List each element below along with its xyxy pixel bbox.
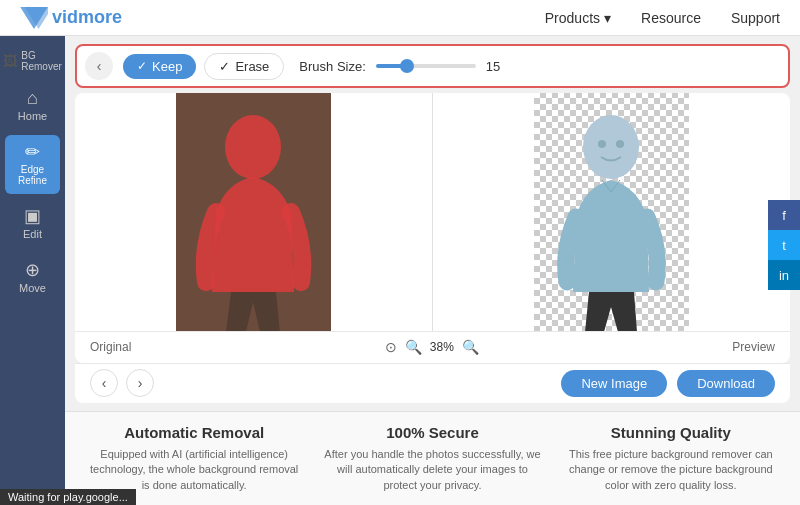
feature-quality-text: This free picture background remover can… (562, 447, 780, 493)
logo: vidmore (20, 7, 122, 29)
svg-point-3 (225, 115, 281, 179)
features-bar: Automatic Removal Equipped with AI (arti… (65, 411, 800, 505)
action-bar: ‹ › New Image Download (75, 363, 790, 403)
nav-arrows: ‹ › (90, 369, 154, 397)
canvas-area: Original ⊙ 🔍 38% 🔍 Preview (75, 93, 790, 363)
logo-text: vidmore (52, 7, 122, 28)
facebook-icon: f (782, 208, 786, 223)
sidebar-item-move[interactable]: ⊕ Move (5, 253, 60, 302)
brush-size-label: Brush Size: (299, 59, 365, 74)
zoom-in-icon[interactable]: 🔍 (462, 339, 479, 355)
linkedin-button[interactable]: in (768, 260, 800, 290)
svg-point-4 (583, 115, 639, 179)
linkedin-icon: in (779, 268, 789, 283)
feature-secure: 100% Secure After you handle the photos … (323, 424, 541, 493)
logo-icon (20, 7, 48, 29)
sidebar-item-home[interactable]: ⌂ Home (5, 81, 60, 130)
svg-point-6 (616, 140, 624, 148)
keep-button[interactable]: ✓ Keep (123, 54, 196, 79)
twitter-button[interactable]: t (768, 230, 800, 260)
brush-slider-container: 15 (376, 59, 788, 74)
original-image-svg (176, 93, 331, 331)
social-bar: f t in (768, 200, 800, 290)
feature-automatic-title: Automatic Removal (85, 424, 303, 441)
nav-resource[interactable]: Resource (641, 10, 701, 26)
header: vidmore Products ▾ Resource Support (0, 0, 800, 36)
status-text: Waiting for play.google... (8, 491, 128, 503)
bg-remover-label: 🖼 BG Remover (0, 46, 70, 76)
nav-products[interactable]: Products ▾ (545, 10, 611, 26)
navigation: Products ▾ Resource Support (545, 10, 780, 26)
prev-button[interactable]: ‹ (90, 369, 118, 397)
edit-icon: ▣ (24, 207, 41, 225)
twitter-icon: t (782, 238, 786, 253)
erase-button[interactable]: ✓ Erase (204, 53, 284, 80)
chevron-down-icon: ▾ (604, 10, 611, 26)
feature-secure-title: 100% Secure (323, 424, 541, 441)
nav-support[interactable]: Support (731, 10, 780, 26)
svg-point-5 (598, 140, 606, 148)
zoom-controls: ⊙ 🔍 38% 🔍 (385, 339, 479, 355)
download-button[interactable]: Download (677, 370, 775, 397)
zoom-level: 38% (430, 340, 454, 354)
home-icon: ⌂ (27, 89, 38, 107)
original-pane (75, 93, 433, 331)
app-area: ‹ ✓ Keep ✓ Erase Brush Size: 15 (65, 36, 800, 505)
reset-zoom-icon[interactable]: ⊙ (385, 339, 397, 355)
feature-automatic-text: Equipped with AI (artificial intelligenc… (85, 447, 303, 493)
check-icon: ✓ (137, 59, 147, 73)
edge-refine-icon: ✏ (25, 143, 40, 161)
facebook-button[interactable]: f (768, 200, 800, 230)
feature-automatic: Automatic Removal Equipped with AI (arti… (85, 424, 303, 493)
move-icon: ⊕ (25, 261, 40, 279)
feature-quality: Stunning Quality This free picture backg… (562, 424, 780, 493)
main-content: 🖼 BG Remover ⌂ Home ✏ Edge Refine ▣ Edit… (0, 36, 800, 505)
original-label: Original (90, 340, 131, 354)
brush-value: 15 (486, 59, 506, 74)
status-bar: Waiting for play.google... (0, 489, 136, 505)
action-buttons: New Image Download (561, 370, 775, 397)
tool-buttons: ✓ Keep ✓ Erase (123, 53, 284, 80)
sidebar-item-edge-refine[interactable]: ✏ Edge Refine (5, 135, 60, 194)
canvas-footer: Original ⊙ 🔍 38% 🔍 Preview (75, 331, 790, 363)
erase-icon: ✓ (219, 59, 230, 74)
feature-secure-text: After you handle the photos successfully… (323, 447, 541, 493)
preview-image (534, 93, 689, 331)
original-image (176, 93, 331, 331)
new-image-button[interactable]: New Image (561, 370, 667, 397)
feature-quality-title: Stunning Quality (562, 424, 780, 441)
preview-label: Preview (732, 340, 775, 354)
tool-panel: ‹ ✓ Keep ✓ Erase Brush Size: 15 (75, 44, 790, 88)
preview-image-svg (534, 93, 689, 331)
back-button[interactable]: ‹ (85, 52, 113, 80)
preview-pane (433, 93, 790, 331)
next-button[interactable]: › (126, 369, 154, 397)
zoom-out-icon[interactable]: 🔍 (405, 339, 422, 355)
brush-size-slider[interactable] (376, 64, 476, 68)
images-container (75, 93, 790, 331)
sidebar: 🖼 BG Remover ⌂ Home ✏ Edge Refine ▣ Edit… (0, 36, 65, 505)
sidebar-item-edit[interactable]: ▣ Edit (5, 199, 60, 248)
